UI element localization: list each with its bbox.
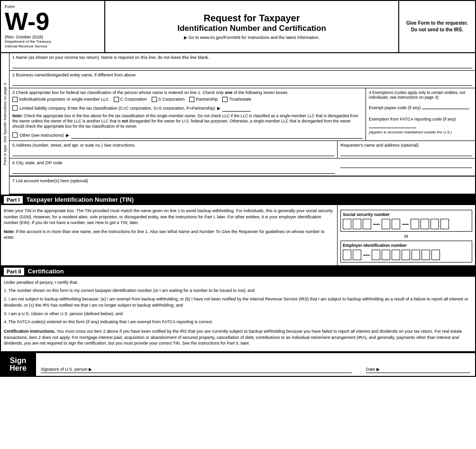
line3-label: 3 Check appropriate box for federal tax … <box>12 90 363 95</box>
ein-cell-4[interactable] <box>382 250 390 260</box>
form-give-section: Give Form to the requester. Do not send … <box>399 1 475 52</box>
ssn-cell-6[interactable] <box>411 219 419 229</box>
c-corp-checkbox[interactable] <box>114 97 119 102</box>
c-corp-label: C Corporation <box>120 97 147 102</box>
part1-text1: Enter your TIN in the appropriate box. T… <box>4 208 334 226</box>
individual-label: Individual/sole proprietor or single-mem… <box>19 97 109 102</box>
partnership-checkbox[interactable] <box>189 97 194 102</box>
form-number: W-9 <box>5 9 49 34</box>
ssn-dash2: — <box>402 220 409 228</box>
part1-header: Part I Taxpayer Identification Number (T… <box>1 195 475 205</box>
ssn-cell-4[interactable] <box>382 219 390 229</box>
ssn-cell-1[interactable] <box>343 219 351 229</box>
other-input[interactable] <box>71 132 363 139</box>
ein-cell-5[interactable] <box>392 250 400 260</box>
exempt-payee-section: Exempt payee code (if any) <box>369 103 472 110</box>
side-label-container: Print or type. See Specific Instructions… <box>1 53 9 195</box>
other-label: Other (see instructions) <box>19 133 64 138</box>
partnership-checkbox-item[interactable]: Partnership <box>189 97 218 102</box>
note-text: Note: Check the appropriate box in the l… <box>12 113 363 129</box>
s-corp-checkbox[interactable] <box>152 97 157 102</box>
ssn-cell-9[interactable] <box>440 219 449 229</box>
part2-title: Certification <box>28 268 64 275</box>
ssn-cell-2[interactable] <box>353 219 361 229</box>
form-title-section: Request for Taxpayer Identification Numb… <box>105 1 399 52</box>
part1-body: Enter your TIN in the appropriate box. T… <box>1 205 475 266</box>
cert-instructions: Certification instructions. You must cro… <box>4 328 472 346</box>
s-corp-checkbox-item[interactable]: S Corporation <box>152 97 185 102</box>
exempt-payee-input[interactable] <box>422 103 469 109</box>
ein-cell-8[interactable] <box>421 250 430 260</box>
fatca-section: Exemption from FATCA reporting code (if … <box>369 117 472 129</box>
ssn-cell-7[interactable] <box>421 219 429 229</box>
line2-input[interactable] <box>12 78 472 86</box>
main-content: 1 Name (as shown on your income tax retu… <box>9 53 475 195</box>
form-title-main: Request for Taxpayer <box>203 13 300 24</box>
requester-input[interactable] <box>340 149 472 156</box>
or-text: or <box>340 234 472 239</box>
part2-header: Part II Certification <box>1 266 475 277</box>
ein-box: Employer identification number — <box>340 241 472 262</box>
line6-label: 6 City, state, and ZIP code <box>12 160 335 165</box>
ein-cell-6[interactable] <box>402 250 410 260</box>
cert-instructions-label: Certification instructions. <box>4 329 55 334</box>
requester-address-continue <box>338 159 475 176</box>
llc-row: Limited liability company. Enter the tax… <box>12 105 363 112</box>
individual-checkbox-item[interactable]: Individual/sole proprietor or single-mem… <box>12 97 109 102</box>
note-label: Note: <box>12 113 23 118</box>
ein-cell-2[interactable] <box>353 250 361 260</box>
form-body: Print or type. See Specific Instructions… <box>1 53 475 195</box>
trust-checkbox[interactable] <box>222 97 228 102</box>
ssn-seg2 <box>382 219 400 229</box>
ssn-seg1 <box>343 219 371 229</box>
line4-label: 4 Exemptions (codes apply only to certai… <box>369 90 472 100</box>
form-revision: (Rev. October 2018) <box>5 35 101 39</box>
individual-checkbox[interactable] <box>12 97 18 102</box>
line5-input[interactable] <box>12 149 334 156</box>
part2-label: Part II <box>4 268 24 275</box>
trust-checkbox-item[interactable]: Trust/estate <box>222 97 251 102</box>
ssn-box: Social security number — — <box>340 210 472 232</box>
ein-cell-1[interactable] <box>343 250 351 260</box>
part1-right: Social security number — — <box>338 205 475 265</box>
line1-container: 1 Name (as shown on your income tax retu… <box>9 53 475 71</box>
part1-left: Enter your TIN in the appropriate box. T… <box>1 205 338 265</box>
requester-address-input[interactable] <box>340 160 472 168</box>
part2-item1: 1. The number shown on this form is my c… <box>4 288 472 294</box>
requester-section: Requester's name and address (optional) <box>338 141 475 158</box>
fatca-label: Exemption from FATCA reporting code (if … <box>369 117 456 122</box>
ein-cell-7[interactable] <box>412 250 420 260</box>
dept2: Internal Revenue Service <box>5 44 101 49</box>
ein-cell-3[interactable] <box>372 250 380 260</box>
part2-intro: Under penalties of perjury, I certify th… <box>4 280 472 286</box>
ssn-cell-5[interactable] <box>392 219 400 229</box>
part2-item2: 2. I am not subject to backup withholdin… <box>4 296 472 309</box>
ssn-cell-8[interactable] <box>430 219 439 229</box>
c-corp-checkbox-item[interactable]: C Corporation <box>114 97 147 102</box>
line6-area: 6 City, state, and ZIP code <box>9 159 475 177</box>
sign-area: Sign Here Signature of U.S. person ▶ Dat… <box>1 352 475 376</box>
ein-dash: — <box>363 251 370 259</box>
line7-area: 7 List account number(s) here (optional) <box>9 177 475 195</box>
partnership-label: Partnership <box>196 97 218 102</box>
line5-area: 5 Address (number, street, and apt. or s… <box>9 141 475 159</box>
line1-input[interactable] <box>12 61 472 68</box>
signature-field: Signature of U.S. person ▶ <box>41 366 352 373</box>
other-checkbox[interactable] <box>12 132 18 138</box>
llc-checkbox[interactable] <box>12 105 18 111</box>
form-title-sub: Identification Number and Certification <box>177 24 326 33</box>
exemptions-section: 4 Exemptions (codes apply only to certai… <box>366 88 475 140</box>
sign-here-box: Sign Here <box>1 353 35 376</box>
llc-input[interactable] <box>222 105 251 112</box>
other-arrow: ▶ <box>66 133 69 138</box>
sign-label: Sign <box>10 357 27 365</box>
ein-cell-9[interactable] <box>431 250 440 260</box>
line6-input[interactable] <box>12 166 335 174</box>
fatca-input[interactable] <box>369 122 416 128</box>
part1-label: Part I <box>4 196 23 204</box>
date-field: Date ▶ <box>366 367 470 373</box>
line2-label: 2 Business name/disregarded entity name,… <box>12 73 472 77</box>
ssn-cell-3[interactable] <box>363 219 371 229</box>
part1-title: Taxpayer Identification Number (TIN) <box>27 196 134 203</box>
line7-input[interactable] <box>12 184 472 192</box>
